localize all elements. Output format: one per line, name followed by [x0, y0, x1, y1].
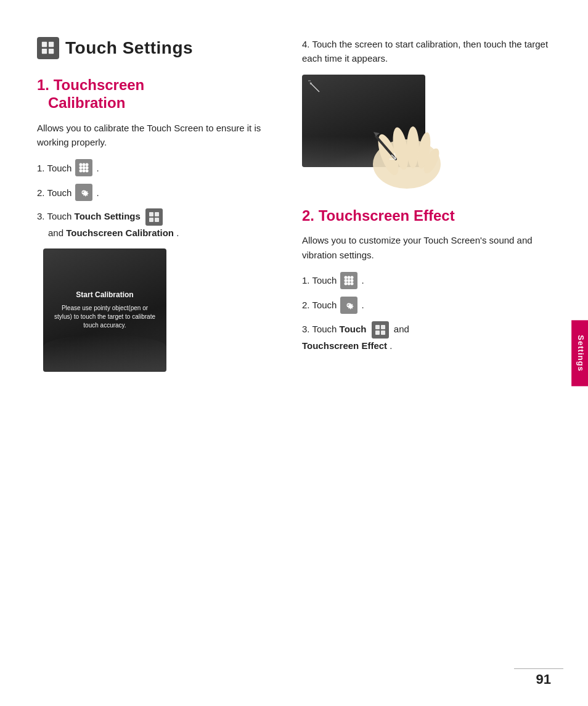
s2-step1-icon: [340, 272, 357, 289]
section2-step1: 1. Touch .: [302, 272, 561, 289]
svg-point-36: [351, 279, 354, 282]
step2-period: .: [96, 186, 99, 199]
step3-bold1: Touch Settings: [75, 211, 141, 221]
section2-heading: 2. Touchscreen Effect: [302, 207, 561, 225]
s2-step3-bold1: Touch: [340, 324, 367, 334]
sidebar-settings-label: Settings: [571, 320, 588, 386]
svg-point-7: [80, 166, 83, 170]
step3-icon: [145, 208, 163, 226]
svg-point-10: [80, 170, 83, 173]
s2-step1-num: 1. Touch: [302, 274, 337, 287]
svg-rect-41: [381, 325, 385, 329]
page-divider: [514, 668, 563, 669]
svg-point-31: [345, 276, 348, 279]
svg-line-17: [310, 83, 319, 92]
svg-point-6: [86, 163, 89, 166]
section2-body: Allows you to customize your Touch Scree…: [302, 233, 561, 262]
section1-step2: 2. Touch .: [37, 184, 284, 201]
svg-point-32: [348, 276, 351, 279]
calibration-screen-title: Start Calibration: [53, 290, 157, 299]
section1-body: Allows you to calibrate the Touch Screen…: [37, 121, 284, 150]
svg-rect-3: [49, 49, 54, 54]
step2-num: 2. Touch: [37, 186, 71, 199]
touch-settings-page-icon: [37, 37, 59, 59]
svg-point-35: [348, 279, 351, 282]
gear-icon-svg: [78, 186, 90, 199]
svg-rect-14: [155, 212, 159, 216]
page-icon-svg: [41, 41, 55, 55]
step4-text: 4. Touch the screen to start calibration…: [302, 37, 561, 66]
page-content: Touch Settings 1. Touchscreen Calibratio…: [0, 0, 588, 396]
page-title-block: Touch Settings: [37, 37, 284, 59]
s2-step3-period: .: [390, 340, 392, 351]
s2-step3-connector: and: [394, 324, 409, 334]
calibration-screen-body: Please use pointy object(pen or stylus) …: [53, 304, 157, 330]
calibration-screen-text: Start Calibration Please use pointy obje…: [43, 290, 166, 330]
svg-point-8: [83, 166, 86, 170]
section2-step2: 2. Touch .: [302, 297, 561, 314]
svg-rect-16: [155, 218, 159, 222]
s2-step3-prefix: 3. Touch: [302, 324, 340, 334]
section1-heading: 1. Touchscreen Calibration: [37, 76, 284, 112]
hand-touching-screen-icon: [351, 121, 450, 201]
grid-dots-icon: [78, 162, 90, 174]
touch-settings-icon-svg: [148, 211, 160, 223]
svg-point-33: [351, 276, 354, 279]
s2-step3-icon: [372, 321, 389, 339]
s2-grid-icon: [343, 274, 355, 287]
svg-rect-2: [42, 49, 47, 54]
page-title-text: Touch Settings: [65, 38, 193, 58]
step1-num: 1. Touch: [37, 162, 71, 174]
hand-screen-mockup: [302, 75, 444, 195]
svg-rect-43: [381, 330, 385, 335]
step3-prefix: 3. Touch: [37, 211, 75, 221]
svg-rect-15: [149, 218, 153, 222]
section1-step3: 3. Touch Touch Settings and Touchscreen …: [37, 208, 284, 240]
s2-step2-num: 2. Touch: [302, 298, 337, 311]
s2-step1-period: .: [361, 274, 364, 287]
svg-point-5: [83, 163, 86, 166]
s2-step2-icon: [340, 297, 357, 314]
s2-touch-settings-icon: [374, 324, 386, 336]
step3-bold2: Touchscreen Calibration: [66, 228, 174, 238]
calibration-screen-mockup: Start Calibration Please use pointy obje…: [43, 248, 166, 372]
svg-point-11: [83, 170, 86, 173]
svg-rect-0: [42, 42, 47, 47]
right-column: 4. Touch the screen to start calibration…: [302, 37, 561, 372]
step1-icon: [75, 159, 92, 176]
section2-step3: 3. Touch Touch and Touchscreen Effect .: [302, 321, 561, 353]
s2-step3-bold2: Touchscreen Effect: [302, 340, 387, 351]
svg-rect-1: [49, 42, 54, 47]
svg-point-12: [86, 170, 89, 173]
svg-point-39: [351, 282, 354, 285]
stylus-spark-icon: [307, 80, 325, 98]
svg-marker-27: [374, 132, 380, 136]
step2-icon: [75, 184, 92, 201]
svg-point-23: [407, 126, 419, 168]
left-column: Touch Settings 1. Touchscreen Calibratio…: [37, 37, 284, 372]
svg-point-37: [345, 282, 348, 285]
step3-period: .: [176, 228, 179, 238]
step1-period: .: [96, 162, 99, 174]
svg-rect-13: [149, 212, 153, 216]
svg-point-4: [80, 163, 83, 166]
svg-rect-40: [375, 325, 380, 329]
section1-step1: 1. Touch .: [37, 159, 284, 176]
page-number: 91: [536, 671, 551, 688]
step3-connector: and: [37, 228, 66, 238]
svg-rect-42: [375, 330, 380, 335]
svg-point-9: [86, 166, 89, 170]
s2-step2-period: .: [361, 298, 364, 311]
svg-point-38: [348, 282, 351, 285]
s2-gear-icon: [343, 299, 355, 311]
svg-point-34: [345, 279, 348, 282]
